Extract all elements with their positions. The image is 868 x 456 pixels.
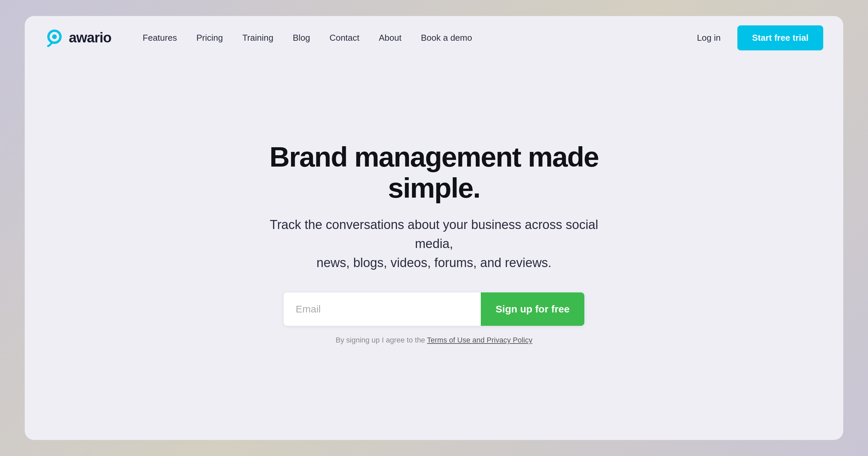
email-form: Sign up for free [284, 292, 584, 326]
nav-link-blog[interactable]: Blog [285, 29, 318, 46]
logo-text: awario [69, 30, 111, 46]
email-input[interactable] [284, 292, 481, 326]
nav-link-features[interactable]: Features [135, 29, 185, 46]
nav-link-contact[interactable]: Contact [321, 29, 368, 46]
page-container: awario Features Pricing Training Blog Co… [25, 16, 843, 440]
nav-link-training[interactable]: Training [234, 29, 281, 46]
nav-link-pricing[interactable]: Pricing [188, 29, 231, 46]
terms-link[interactable]: Terms of Use and Privacy Policy [427, 336, 532, 344]
nav-links: Features Pricing Training Blog Contact A… [135, 29, 690, 46]
hero-section: Brand management made simple. Track the … [25, 59, 843, 440]
hero-title: Brand management made simple. [234, 141, 634, 203]
nav-link-about[interactable]: About [371, 29, 410, 46]
nav-right: Log in Start free trial [690, 25, 823, 51]
login-link[interactable]: Log in [690, 29, 727, 46]
nav-link-book-demo[interactable]: Book a demo [413, 29, 480, 46]
awario-logo-icon [45, 28, 64, 47]
hero-subtitle: Track the conversations about your busin… [250, 215, 618, 272]
logo-link[interactable]: awario [45, 28, 111, 47]
navbar: awario Features Pricing Training Blog Co… [25, 16, 843, 59]
svg-point-1 [52, 34, 57, 39]
terms-disclaimer: By signing up I agree to the Terms of Us… [336, 336, 533, 345]
start-trial-button[interactable]: Start free trial [737, 25, 823, 51]
signup-button[interactable]: Sign up for free [481, 292, 584, 326]
